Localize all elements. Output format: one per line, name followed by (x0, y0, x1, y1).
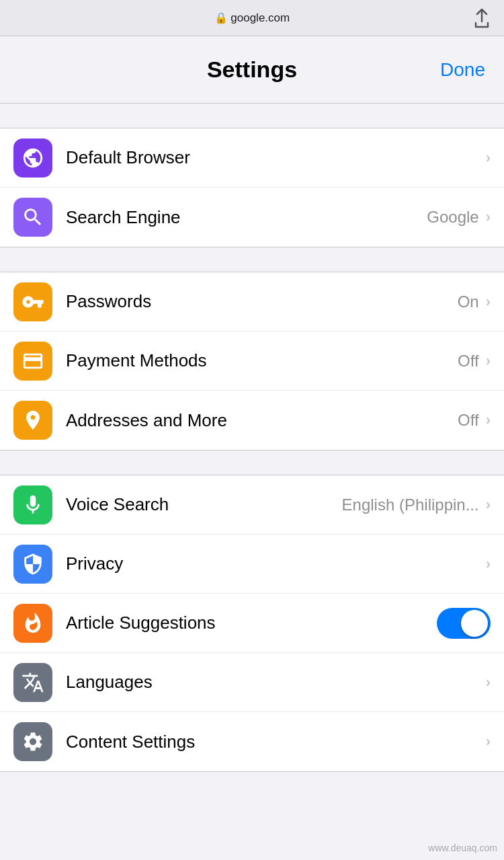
shield-icon (22, 553, 44, 576)
row-addresses[interactable]: Addresses and More Off › (0, 391, 504, 450)
addresses-icon (13, 401, 52, 440)
payment-methods-value: Off (458, 352, 479, 370)
article-suggestions-icon (13, 604, 52, 643)
row-search-engine[interactable]: Search Engine Google › (0, 188, 504, 247)
toggle-knob (461, 610, 488, 637)
section-gap-1 (0, 104, 504, 128)
languages-icon (13, 663, 52, 702)
search-engine-chevron: › (486, 208, 491, 226)
payment-methods-chevron: › (486, 352, 491, 370)
passwords-value: On (458, 292, 479, 311)
search-engine-icon (13, 198, 52, 237)
languages-label: Languages (66, 672, 486, 693)
languages-chevron: › (486, 674, 491, 691)
content-settings-label: Content Settings (66, 732, 486, 752)
addresses-label: Addresses and More (66, 410, 458, 431)
share-icon (473, 8, 491, 28)
gear-icon (22, 730, 44, 753)
voice-search-value: English (Philippin... (342, 496, 479, 514)
section-gap-3 (0, 451, 504, 475)
section-more-settings: Voice Search English (Philippin... › Pri… (0, 475, 504, 772)
row-voice-search[interactable]: Voice Search English (Philippin... › (0, 475, 504, 535)
fire-icon (22, 612, 44, 635)
content-settings-icon (13, 722, 52, 761)
section-autofill: Passwords On › Payment Methods Off › Add… (0, 272, 504, 451)
privacy-chevron: › (486, 555, 491, 573)
location-icon (22, 409, 44, 432)
privacy-label: Privacy (66, 553, 486, 574)
default-browser-icon (13, 139, 52, 178)
addresses-value: Off (458, 411, 479, 430)
row-article-suggestions[interactable]: Article Suggestions (0, 594, 504, 653)
default-browser-label: Default Browser (66, 147, 486, 168)
voice-search-icon (13, 485, 52, 524)
row-passwords[interactable]: Passwords On › (0, 272, 504, 331)
section-gap-4 (0, 772, 504, 796)
default-browser-chevron: › (486, 149, 491, 167)
payment-methods-label: Payment Methods (66, 350, 458, 371)
browser-url: 🔒 google.com (38, 11, 466, 25)
share-button[interactable] (466, 8, 491, 28)
settings-header: Settings Done (0, 36, 504, 104)
search-icon (22, 206, 44, 229)
search-engine-value: Google (427, 208, 478, 227)
page-title: Settings (207, 56, 297, 83)
row-content-settings[interactable]: Content Settings › (0, 712, 504, 771)
search-engine-label: Search Engine (66, 207, 427, 228)
voice-search-label: Voice Search (66, 494, 342, 515)
addresses-chevron: › (486, 412, 491, 429)
card-icon (22, 350, 44, 373)
done-button[interactable]: Done (440, 59, 485, 81)
content-settings-chevron: › (486, 733, 491, 750)
globe-icon (22, 147, 44, 169)
translate-icon (22, 671, 44, 694)
payment-icon (13, 342, 52, 381)
row-payment-methods[interactable]: Payment Methods Off › (0, 331, 504, 391)
passwords-icon (13, 282, 52, 321)
passwords-chevron: › (486, 293, 491, 311)
watermark: www.deuaq.com (428, 843, 497, 853)
article-suggestions-label: Article Suggestions (66, 613, 437, 633)
section-browser-search: Default Browser › Search Engine Google › (0, 128, 504, 247)
row-privacy[interactable]: Privacy › (0, 535, 504, 594)
section-gap-2 (0, 247, 504, 272)
passwords-label: Passwords (66, 291, 458, 312)
privacy-icon (13, 545, 52, 584)
browser-bar: 🔒 google.com (0, 0, 504, 36)
article-suggestions-toggle[interactable] (437, 608, 491, 639)
microphone-icon (22, 494, 44, 516)
voice-search-chevron: › (486, 496, 491, 514)
row-languages[interactable]: Languages › (0, 653, 504, 712)
row-default-browser[interactable]: Default Browser › (0, 128, 504, 188)
key-icon (22, 290, 44, 313)
